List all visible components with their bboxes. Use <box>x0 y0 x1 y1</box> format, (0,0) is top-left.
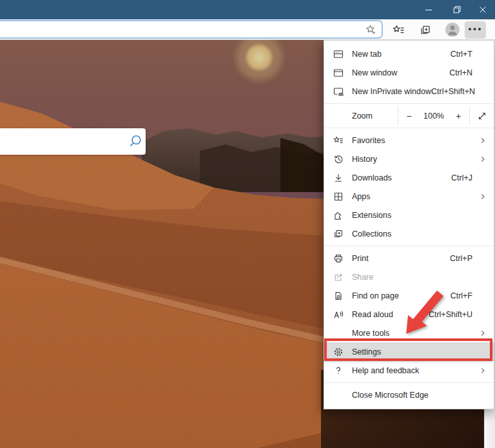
menu-separator <box>324 382 494 383</box>
browser-toolbar: ●●● <box>0 19 495 40</box>
menu-zoom-row: Zoom − 100% + <box>324 106 494 125</box>
menu-item-history[interactable]: History <box>324 150 494 168</box>
zoom-level: 100% <box>423 112 444 121</box>
menu-item-share: Share <box>324 268 494 286</box>
menu-item-shortcut: Ctrl+N <box>449 68 472 77</box>
fullscreen-button[interactable] <box>470 106 494 125</box>
menu-item-favorites[interactable]: Favorites <box>324 131 494 150</box>
menu-item-collections[interactable]: Collections <box>324 224 494 243</box>
menu-item-new-window[interactable]: New window Ctrl+N <box>324 63 494 82</box>
chevron-right-icon <box>478 136 487 145</box>
menu-separator <box>324 103 494 104</box>
collections-button[interactable] <box>416 21 434 39</box>
menu-item-shortcut: Ctrl+F <box>451 291 472 300</box>
menu-item-label: History <box>352 155 478 164</box>
menu-item-label: Downloads <box>352 173 451 182</box>
collections-icon <box>420 24 431 36</box>
menu-item-find-on-page[interactable]: Find on page Ctrl+F <box>324 286 494 305</box>
restore-button[interactable] <box>447 0 467 19</box>
menu-item-downloads[interactable]: Downloads Ctrl+J <box>324 168 494 187</box>
extensions-icon <box>333 209 344 220</box>
menu-item-shortcut: Ctrl+Shift+U <box>429 310 472 319</box>
menu-item-label: New tab <box>352 50 451 59</box>
menu-separator <box>324 128 494 128</box>
more-ellipsis-icon: ●●● <box>468 26 482 32</box>
menu-item-label: New InPrivate window <box>352 87 431 96</box>
minimize-icon <box>423 5 434 15</box>
zoom-out-button[interactable]: − <box>402 111 416 121</box>
close-icon <box>478 5 488 15</box>
menu-item-label: More tools <box>352 329 478 338</box>
favorites-icon <box>333 135 344 146</box>
menu-separator <box>324 246 494 246</box>
apps-icon <box>333 191 344 202</box>
help-icon <box>333 365 344 376</box>
favorites-list-icon <box>393 24 405 36</box>
menu-item-label: Close Microsoft Edge <box>352 391 486 400</box>
close-button[interactable] <box>473 0 492 19</box>
menu-item-read-aloud[interactable]: Read aloud Ctrl+Shift+U <box>324 305 494 324</box>
find-on-page-icon <box>333 290 344 301</box>
downloads-icon <box>333 172 344 183</box>
address-bar[interactable] <box>0 20 383 39</box>
address-input[interactable] <box>0 24 365 34</box>
menu-item-label: Find on page <box>352 291 451 300</box>
fullscreen-icon <box>477 111 487 121</box>
menu-item-label: Collections <box>352 229 486 239</box>
inprivate-icon <box>333 86 344 97</box>
menu-item-help-and-feedback[interactable]: Help and feedback <box>324 361 494 380</box>
chevron-right-icon <box>478 192 487 201</box>
edge-more-menu: New tab Ctrl+T New window Ctrl+N New InP… <box>324 40 494 409</box>
chevron-right-icon <box>478 329 487 338</box>
print-icon <box>333 253 344 264</box>
menu-item-print[interactable]: Print Ctrl+P <box>324 249 494 268</box>
menu-item-shortcut: Ctrl+T <box>451 50 472 59</box>
profile-avatar[interactable] <box>445 22 460 37</box>
collections-icon <box>333 228 344 239</box>
blank-icon <box>333 389 344 400</box>
menu-item-label: Print <box>352 254 450 263</box>
more-menu-button[interactable]: ●●● <box>465 21 486 39</box>
menu-item-label: New window <box>352 68 449 77</box>
search-input[interactable] <box>0 136 127 148</box>
menu-item-label: Settings <box>352 347 486 356</box>
menu-item-settings[interactable]: Settings <box>324 342 494 361</box>
new-tab-icon <box>333 48 344 59</box>
menu-item-more-tools[interactable]: More tools <box>324 324 494 342</box>
menu-item-apps[interactable]: Apps <box>324 187 494 206</box>
title-bar <box>0 0 495 19</box>
menu-item-shortcut: Ctrl+P <box>450 254 472 263</box>
favorites-list-button[interactable] <box>389 21 407 39</box>
menu-item-shortcut: Ctrl+Shift+N <box>431 87 475 96</box>
zoom-in-button[interactable]: + <box>451 111 465 121</box>
menu-item-label: Favorites <box>352 136 478 145</box>
menu-item-shortcut: Ctrl+J <box>451 173 472 182</box>
menu-item-extensions[interactable]: Extensions <box>324 206 494 224</box>
menu-item-label: Share <box>352 273 486 282</box>
menu-item-new-tab[interactable]: New tab Ctrl+T <box>324 44 494 63</box>
menu-item-new-inprivate-window[interactable]: New InPrivate window Ctrl+Shift+N <box>324 82 494 101</box>
page-content: New tab Ctrl+T New window Ctrl+N New InP… <box>0 40 495 448</box>
chevron-right-icon <box>478 366 487 375</box>
menu-item-close-microsoft-edge[interactable]: Close Microsoft Edge <box>324 385 494 404</box>
read-aloud-icon <box>333 309 344 320</box>
zoom-controls: − 100% + <box>398 106 470 125</box>
menu-item-label: Help and feedback <box>352 366 478 375</box>
menu-item-label: Extensions <box>352 211 486 220</box>
blank-icon <box>333 327 344 338</box>
menu-item-label: Read aloud <box>352 310 429 319</box>
restore-icon <box>452 5 462 15</box>
new-window-icon <box>333 67 344 78</box>
search-box[interactable] <box>0 128 146 155</box>
chevron-right-icon <box>478 155 487 164</box>
settings-gear-icon <box>333 346 344 357</box>
search-magnifier-icon[interactable] <box>127 133 143 150</box>
zoom-label: Zoom <box>324 106 398 125</box>
history-icon <box>333 153 344 164</box>
share-icon <box>333 271 344 282</box>
menu-item-label: Apps <box>352 192 478 201</box>
minimize-button[interactable] <box>419 0 438 19</box>
star-add-icon[interactable] <box>365 24 376 35</box>
